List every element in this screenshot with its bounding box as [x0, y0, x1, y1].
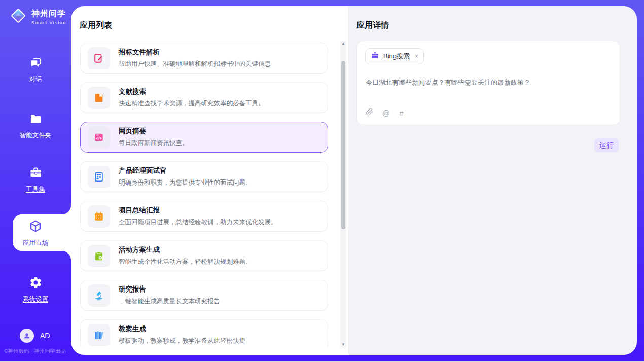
document-edit-icon	[88, 47, 110, 69]
app-card-title: 产品经理面试官	[119, 166, 252, 175]
mention-at-icon[interactable]: @	[382, 108, 390, 118]
sidebar: 神州问学 Smart Vision 对话 智能文件夹	[0, 0, 71, 362]
resume-icon	[88, 166, 110, 188]
copyright-text: ©神州数码 · 神州问学出品	[4, 348, 66, 355]
avatar	[20, 329, 34, 343]
svg-text:</>: </>	[96, 136, 102, 140]
list-scrollbar[interactable]: ▲ ▼	[340, 41, 346, 348]
run-button[interactable]: 运行	[594, 138, 619, 152]
app-card-title: 网页摘要	[119, 127, 189, 136]
app-card-event-plan[interactable]: 活动方案生成 智能生成个性化活动方案，轻松解决规划难题。	[80, 240, 328, 271]
sidebar-item-app-market[interactable]: 应用市场	[0, 219, 71, 247]
app-card-desc: 一键智能生成高质量长文本研究报告	[119, 297, 220, 306]
content-area: 应用列表 招标文件解析 帮助用户快速、准确地理解和解析招标书中的关键信息	[71, 6, 637, 355]
scrollbar-down-icon[interactable]: ▼	[340, 342, 346, 348]
app-detail-title: 应用详情	[356, 20, 389, 31]
scrollbar-up-icon[interactable]: ▲	[340, 41, 346, 47]
cube-icon	[28, 226, 43, 235]
sidebar-item-chat[interactable]: 对话	[0, 56, 71, 84]
app-card-desc: 明确身份和职责，为您提供专业性的面试问题。	[119, 178, 252, 187]
app-card-title: 教案生成	[119, 324, 245, 334]
app-card-title: 活动方案生成	[119, 245, 252, 255]
app-card-bid-document-parse[interactable]: 招标文件解析 帮助用户快速、准确地理解和解析招标书中的关键信息	[80, 43, 328, 74]
brand-logo: 神州问学 Smart Vision	[9, 7, 66, 27]
bubble-cap-bottom	[62, 251, 71, 260]
app-card-list: 招标文件解析 帮助用户快速、准确地理解和解析招标书中的关键信息 文献搜索 快速精…	[80, 43, 328, 347]
hash-icon[interactable]: #	[399, 108, 403, 118]
query-text[interactable]: 今日湖北有哪些新闻要点？有哪些需要关注的最新政策？	[366, 78, 612, 88]
brand-diamond-icon	[9, 7, 27, 27]
calendar-icon	[88, 205, 110, 228]
sidebar-item-label: 对话	[0, 75, 71, 84]
scrollbar-thumb[interactable]	[341, 61, 345, 229]
app-detail-panel: 应用详情 Bing搜索 × 今日湖北有哪些新闻要点？有哪些需要关注的最新政策？	[348, 6, 637, 355]
app-card-lesson-plan[interactable]: 教案生成 模板驱动，教案秒成，教学准备从此轻松快捷	[80, 319, 328, 347]
sidebar-item-toolset[interactable]: 工具集	[0, 166, 71, 194]
sidebar-item-label: 系统设置	[0, 295, 71, 304]
sidebar-item-smart-folder[interactable]: 智能文件夹	[0, 112, 71, 140]
browser-code-icon: </>	[88, 126, 110, 149]
folder-icon	[29, 119, 43, 127]
prompt-input-card[interactable]: Bing搜索 × 今日湖北有哪些新闻要点？有哪些需要关注的最新政策？ @ #	[356, 41, 620, 125]
app-list-title: 应用列表	[80, 20, 112, 31]
app-card-title: 文献搜索	[119, 87, 265, 96]
toolbox-icon	[29, 172, 43, 181]
bubble-cap-top	[62, 205, 71, 214]
brand-name: 神州问学	[31, 9, 66, 18]
user-name: AD	[40, 332, 50, 340]
briefcase-icon	[371, 51, 379, 62]
app-card-desc: 智能生成个性化活动方案，轻松解决规划难题。	[119, 258, 252, 266]
chat-icon	[29, 62, 43, 71]
tool-tag-bing-search[interactable]: Bing搜索 ×	[365, 48, 424, 64]
app-card-literature-search[interactable]: 文献搜索 快速精准查找学术资源，提高研究效率的必备工具。	[80, 82, 328, 113]
microscope-icon	[88, 284, 110, 307]
app-card-title: 招标文件解析	[119, 48, 271, 57]
app-card-desc: 模板驱动，教案秒成，教学准备从此轻松快捷	[119, 337, 245, 345]
books-icon	[88, 324, 110, 346]
sidebar-item-label: 应用市场	[0, 239, 71, 247]
tool-tag-label: Bing搜索	[383, 52, 410, 61]
clipboard-check-icon	[88, 245, 110, 267]
app-card-desc: 快速精准查找学术资源，提高研究效率的必备工具。	[119, 99, 265, 108]
app-card-title: 项目总结汇报	[119, 206, 277, 215]
attachment-toolbar: @ #	[366, 107, 404, 118]
book-icon	[88, 87, 110, 109]
app-card-web-summary[interactable]: </> 网页摘要 每日政府新闻资讯快查。	[80, 122, 328, 153]
app-card-project-summary[interactable]: 项目总结汇报 全面回顾项目进展，总结经验教训，助力未来优化发展。	[80, 201, 328, 232]
gear-icon	[29, 282, 43, 291]
user-account[interactable]: AD	[20, 329, 50, 343]
sidebar-item-label: 工具集	[0, 185, 71, 194]
sidebar-item-settings[interactable]: 系统设置	[0, 276, 71, 304]
sidebar-item-label: 智能文件夹	[0, 131, 71, 140]
app-card-desc: 帮助用户快速、准确地理解和解析招标书中的关键信息	[119, 60, 271, 68]
app-card-desc: 每日政府新闻资讯快查。	[119, 139, 189, 148]
brand-tagline: Smart Vision	[31, 20, 66, 25]
app-card-desc: 全面回顾项目进展，总结经验教训，助力未来优化发展。	[119, 218, 277, 227]
app-card-research-report[interactable]: 研究报告 一键智能生成高质量长文本研究报告	[80, 280, 328, 311]
paperclip-icon[interactable]	[366, 107, 373, 118]
app-card-title: 研究报告	[119, 285, 220, 294]
tag-close-icon[interactable]: ×	[415, 53, 418, 60]
app-card-pm-interviewer[interactable]: 产品经理面试官 明确身份和职责，为您提供专业性的面试问题。	[80, 161, 328, 192]
app-list-panel: 应用列表 招标文件解析 帮助用户快速、准确地理解和解析招标书中的关键信息	[71, 6, 348, 355]
